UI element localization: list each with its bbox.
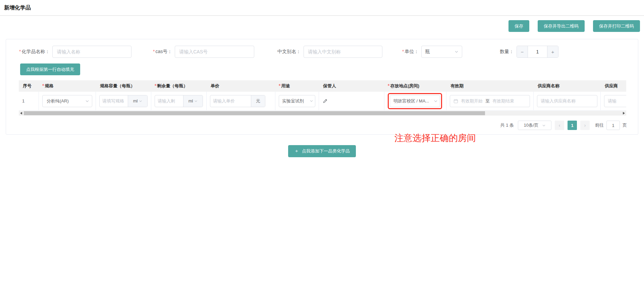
header-supplier-name: 供应商名称 <box>534 83 601 89</box>
supplier-name-input[interactable] <box>537 95 597 107</box>
next-page-button[interactable]: › <box>580 121 590 130</box>
price-input-group: 请输入单价 元 <box>210 95 265 107</box>
chemical-form-card: *化学品名称： *cas号： 中文别名： *单位： 瓶 数量： <box>6 39 638 135</box>
add-button-row: ＋ 点我添加下一品类化学品 <box>0 145 644 157</box>
validity-start-placeholder: 有效期开始 <box>461 98 483 104</box>
goto-label: 前往 <box>595 122 604 128</box>
header-storage-location: *存放地点(房间) <box>384 83 446 89</box>
cell-remaining: 请输入剩 ml <box>151 92 207 110</box>
spec-select[interactable]: 分析纯(AR) <box>42 95 92 107</box>
capacity-unit-select[interactable]: ml <box>128 95 147 107</box>
cas-label: *cas号： <box>153 49 172 55</box>
chevron-down-icon <box>85 99 89 103</box>
total-count-label: 共 1 条 <box>500 122 514 128</box>
annotation-text: 注意选择正确的房间 <box>394 132 476 144</box>
header-supplier-phone: 供应商 <box>601 83 626 89</box>
top-bar: 新增化学品 <box>0 0 644 16</box>
supplier-phone-input[interactable] <box>604 95 626 107</box>
calendar-icon <box>453 99 458 103</box>
header-index: 序号 <box>19 83 39 89</box>
alias-label: 中文别名： <box>277 49 301 55</box>
validity-date-range-picker[interactable]: 有效期开始 至 有效期结束 <box>450 95 530 107</box>
page-size-select[interactable]: 10条/页 <box>518 121 551 130</box>
scrollbar-thumb[interactable] <box>24 111 485 115</box>
save-button[interactable]: 保存 <box>508 20 529 32</box>
quantity-increase-button[interactable]: + <box>547 46 558 57</box>
page-title: 新增化学品 <box>4 4 31 11</box>
quantity-stepper: − + <box>517 46 558 58</box>
action-buttons: 保存 保存并导出二维码 保存并打印二维码 <box>0 16 644 32</box>
quantity-label: 数量： <box>500 49 514 55</box>
cell-supplier-name <box>534 92 601 110</box>
remaining-input-group: 请输入剩 ml <box>155 95 203 107</box>
usage-select[interactable]: 实验室试剂 <box>279 95 315 107</box>
scroll-left-arrow-icon[interactable] <box>20 112 22 115</box>
capacity-input[interactable]: 请填写规格 <box>100 95 128 107</box>
cell-spec: 分析纯(AR) <box>39 92 96 110</box>
chemical-detail-table: 序号 *规格 规格容量（每瓶） *剩余量（每瓶） 单价 *用途 保管人 *存放地… <box>19 80 626 116</box>
header-validity: 有效期 <box>446 83 534 89</box>
header-remaining: *剩余量（每瓶） <box>151 83 207 89</box>
cell-supplier-phone <box>601 92 626 110</box>
save-export-qrcode-button[interactable]: 保存并导出二维码 <box>538 20 585 32</box>
chevron-down-icon <box>194 99 198 103</box>
cell-keeper <box>319 92 384 110</box>
current-page-button[interactable]: 1 <box>568 121 577 130</box>
cell-usage: 实验室试剂 <box>275 92 319 110</box>
header-unit-price: 单价 <box>207 83 275 89</box>
unit-select[interactable]: 瓶 <box>421 46 462 58</box>
chinese-alias-input[interactable] <box>304 46 382 58</box>
capacity-input-group: 请填写规格 ml <box>99 95 148 107</box>
horizontal-scrollbar[interactable] <box>19 111 626 116</box>
table-row: 1 分析纯(AR) 请填写规格 ml <box>19 92 626 111</box>
unit-label: *单位： <box>402 49 419 55</box>
top-form-row: *化学品名称： *cas号： 中文别名： *单位： 瓶 数量： <box>6 46 638 58</box>
unit-price-input[interactable]: 请输入单价 <box>210 95 251 107</box>
chemical-name-input[interactable] <box>52 46 131 58</box>
add-chemical-page: 新增化学品 保存 保存并导出二维码 保存并打印二维码 *化学品名称： *cas号… <box>0 0 644 303</box>
cas-number-input[interactable] <box>175 46 254 58</box>
header-keeper: 保管人 <box>319 83 384 89</box>
goto-unit-label: 页 <box>623 122 627 128</box>
pagination: 共 1 条 10条/页 ‹ 1 › 前往 页 <box>6 121 638 130</box>
header-usage: *用途 <box>275 83 319 89</box>
table-header-row: 序号 *规格 规格容量（每瓶） *剩余量（每瓶） 单价 *用途 保管人 *存放地… <box>19 80 626 92</box>
add-next-category-button[interactable]: ＋ 点我添加下一品类化学品 <box>288 145 356 157</box>
autofill-from-first-row-button[interactable]: 点我根据第一行自动填充 <box>20 63 80 75</box>
chemical-name-label: *化学品名称： <box>19 49 50 55</box>
plus-icon: ＋ <box>294 148 299 154</box>
remaining-unit-select[interactable]: ml <box>183 95 203 107</box>
field-chinese-alias: 中文别名： <box>277 46 382 58</box>
goto-page-input[interactable] <box>606 121 620 130</box>
goto-page: 前往 页 <box>595 121 627 130</box>
validity-end-placeholder: 有效期结束 <box>492 98 514 104</box>
storage-location-select[interactable]: 明故宫校区 / MA... <box>390 95 440 107</box>
quantity-input[interactable] <box>528 46 547 57</box>
cell-unit-price: 请输入单价 元 <box>207 92 275 110</box>
chevron-down-icon <box>542 124 546 127</box>
location-highlight-box: 明故宫校区 / MA... <box>388 93 442 109</box>
prev-page-button[interactable]: ‹ <box>555 121 564 130</box>
cell-validity: 有效期开始 至 有效期结束 <box>446 92 534 110</box>
chevron-down-icon <box>454 50 459 54</box>
edit-icon[interactable] <box>322 98 328 104</box>
field-chemical-name: *化学品名称： <box>19 46 131 58</box>
validity-separator: 至 <box>485 98 490 104</box>
cell-storage-location: 明故宫校区 / MA... <box>384 92 446 110</box>
price-unit-suffix: 元 <box>251 95 265 107</box>
header-capacity: 规格容量（每瓶） <box>96 83 151 89</box>
field-quantity: 数量： − + <box>500 46 558 58</box>
remaining-input[interactable]: 请输入剩 <box>155 95 183 107</box>
chevron-down-icon <box>139 99 142 103</box>
field-unit: *单位： 瓶 <box>402 46 462 58</box>
cell-capacity: 请填写规格 ml <box>96 92 151 110</box>
chevron-down-icon <box>434 99 438 103</box>
scroll-right-arrow-icon[interactable] <box>623 112 625 115</box>
chevron-down-icon <box>310 99 313 103</box>
cell-index: 1 <box>19 92 39 110</box>
field-cas-number: *cas号： <box>153 46 254 58</box>
save-print-qrcode-button[interactable]: 保存并打印二维码 <box>593 20 640 32</box>
quantity-decrease-button[interactable]: − <box>517 46 528 57</box>
header-spec: *规格 <box>39 83 96 89</box>
